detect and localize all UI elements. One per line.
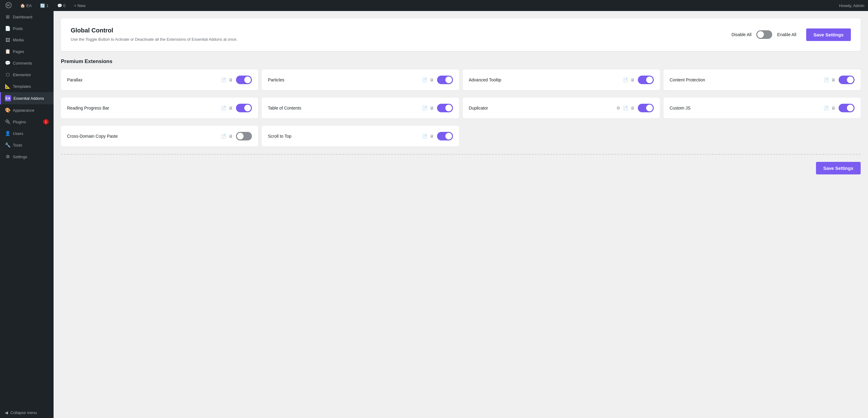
- settings-icon: ⚙: [5, 154, 10, 159]
- sidebar-item-comments[interactable]: 💬 Comments: [0, 57, 54, 69]
- advanced-tooltip-toggle[interactable]: [638, 75, 654, 84]
- toggle-thumb: [244, 76, 251, 83]
- global-control-text: Global Control Use the Toggle Button to …: [71, 27, 722, 42]
- extension-card-advanced-tooltip: Advanced Tooltip 📄 🖥: [463, 69, 660, 90]
- toggle-thumb: [757, 31, 764, 38]
- toggle-thumb: [445, 76, 452, 83]
- desktop-icon[interactable]: 🖥: [430, 105, 434, 110]
- content-protection-toggle[interactable]: [839, 75, 855, 84]
- desktop-icon[interactable]: 🖥: [430, 77, 434, 82]
- desktop-icon[interactable]: 🖥: [229, 77, 233, 82]
- doc-icon[interactable]: 📄: [221, 134, 226, 139]
- desktop-icon[interactable]: 🖥: [831, 105, 836, 110]
- pages-icon: 📋: [5, 49, 10, 54]
- ea-icon: EA: [5, 95, 11, 101]
- toggle-thumb: [646, 76, 653, 83]
- wp-logo[interactable]: W: [4, 0, 13, 11]
- extension-card-parallax: Parallax 📄 🖥: [61, 69, 258, 90]
- extension-name-parallax: Parallax: [67, 77, 221, 82]
- particles-toggle[interactable]: [437, 75, 453, 84]
- sidebar-item-label: Pages: [13, 49, 24, 54]
- global-toggle[interactable]: [756, 30, 772, 39]
- sidebar-item-dashboard[interactable]: ⊞ Dashboard: [0, 11, 54, 23]
- comments-nav[interactable]: 💬 0: [55, 0, 67, 11]
- duplicator-icons: ⚙ 📄 🖥: [616, 105, 635, 110]
- doc-icon[interactable]: 📄: [824, 77, 829, 82]
- sidebar: ⊞ Dashboard 📄 Posts 🖼 Media 📋 Pages 💬 Co…: [0, 11, 54, 418]
- extension-name-custom-js: Custom JS: [670, 105, 824, 110]
- extension-card-content-protection: Content Protection 📄 🖥: [663, 69, 861, 90]
- toggle-track: [638, 104, 654, 112]
- global-control-toggle-area: Disable All Enable All: [732, 30, 796, 39]
- doc-icon[interactable]: 📄: [221, 77, 226, 82]
- cross-domain-toggle[interactable]: [236, 132, 252, 140]
- doc-icon[interactable]: 📄: [623, 77, 628, 82]
- svg-text:W: W: [7, 3, 10, 7]
- scroll-to-top-icons: 📄 🖥: [422, 134, 434, 139]
- reading-progress-icons: 📄 🖥: [221, 105, 233, 110]
- doc-icon[interactable]: 📄: [623, 105, 628, 110]
- sidebar-item-label: Dashboard: [13, 15, 32, 19]
- desktop-icon[interactable]: 🖥: [430, 134, 434, 139]
- sidebar-item-label: Elementor: [13, 72, 31, 77]
- main-content: Global Control Use the Toggle Button to …: [54, 11, 868, 418]
- home-icon: 🏠: [20, 3, 25, 8]
- sidebar-item-settings[interactable]: ⚙ Settings: [0, 151, 54, 162]
- table-of-contents-toggle[interactable]: [437, 104, 453, 112]
- desktop-icon[interactable]: 🖥: [229, 105, 233, 110]
- toggle-thumb: [445, 133, 452, 139]
- collapse-menu[interactable]: ◀ Collapse menu: [0, 407, 54, 418]
- extension-name-cross-domain-copy-paste: Cross-Domain Copy Paste: [67, 134, 221, 139]
- sidebar-item-appearance[interactable]: 🎨 Appearance: [0, 104, 54, 116]
- extension-name-table-of-contents: Table of Contents: [268, 105, 422, 110]
- sidebar-item-users[interactable]: 👤 Users: [0, 128, 54, 139]
- new-content[interactable]: + New: [72, 0, 87, 11]
- doc-icon[interactable]: 📄: [422, 77, 427, 82]
- gear-icon[interactable]: ⚙: [616, 105, 620, 110]
- sidebar-item-templates[interactable]: 📐 Templates: [0, 81, 54, 92]
- custom-js-toggle[interactable]: [839, 104, 855, 112]
- desktop-icon[interactable]: 🖥: [630, 105, 635, 110]
- collapse-label: Collapse menu: [10, 410, 37, 415]
- sidebar-item-label: Users: [13, 131, 23, 136]
- toggle-track: [236, 75, 252, 84]
- sidebar-item-posts[interactable]: 📄 Posts: [0, 23, 54, 34]
- comments-icon: 💬: [5, 60, 10, 66]
- doc-icon[interactable]: 📄: [422, 134, 427, 139]
- extension-card-scroll-to-top: Scroll to Top 📄 🖥: [262, 126, 459, 147]
- bottom-save-settings-button[interactable]: Save Settings: [816, 162, 861, 174]
- site-name[interactable]: 🏠 EA: [18, 0, 33, 11]
- reading-progress-toggle[interactable]: [236, 104, 252, 112]
- sidebar-item-plugins[interactable]: 🔌 Plugins 1: [0, 116, 54, 128]
- advanced-tooltip-icons: 📄 🖥: [623, 77, 635, 82]
- extension-card-cross-domain-copy-paste: Cross-Domain Copy Paste 📄 🖥: [61, 126, 258, 147]
- toggle-thumb: [244, 105, 251, 111]
- save-settings-button[interactable]: Save Settings: [806, 28, 851, 41]
- sidebar-item-essential-addons[interactable]: EA Essential Addons: [0, 92, 54, 104]
- toggle-track: [437, 104, 453, 112]
- dashboard-icon: ⊞: [5, 14, 10, 20]
- duplicator-toggle[interactable]: [638, 104, 654, 112]
- desktop-icon[interactable]: 🖥: [831, 77, 836, 82]
- sidebar-item-elementor[interactable]: ⬡ Elementor: [0, 69, 54, 81]
- extensions-grid-row2: Reading Progress Bar 📄 🖥 Table of Conten…: [61, 98, 861, 119]
- extensions-grid-row1: Parallax 📄 🖥 Particles 📄 🖥: [61, 69, 861, 90]
- sidebar-item-label: Media: [13, 38, 24, 42]
- doc-icon[interactable]: 📄: [221, 105, 226, 110]
- extension-name-reading-progress-bar: Reading Progress Bar: [67, 105, 221, 110]
- sidebar-item-pages[interactable]: 📋 Pages: [0, 45, 54, 57]
- updates[interactable]: 🔄 1: [38, 0, 50, 11]
- sidebar-item-tools[interactable]: 🔧 Tools: [0, 139, 54, 151]
- sidebar-item-media[interactable]: 🖼 Media: [0, 34, 54, 45]
- doc-icon[interactable]: 📄: [824, 105, 829, 110]
- desktop-icon[interactable]: 🖥: [630, 77, 635, 82]
- tools-icon: 🔧: [5, 142, 10, 148]
- toggle-track: [437, 75, 453, 84]
- sidebar-item-label: Plugins: [13, 120, 26, 124]
- collapse-icon: ◀: [5, 410, 8, 415]
- scroll-to-top-toggle[interactable]: [437, 132, 453, 140]
- parallax-toggle[interactable]: [236, 75, 252, 84]
- table-of-contents-icons: 📄 🖥: [422, 105, 434, 110]
- desktop-icon[interactable]: 🖥: [229, 134, 233, 139]
- doc-icon[interactable]: 📄: [422, 105, 427, 110]
